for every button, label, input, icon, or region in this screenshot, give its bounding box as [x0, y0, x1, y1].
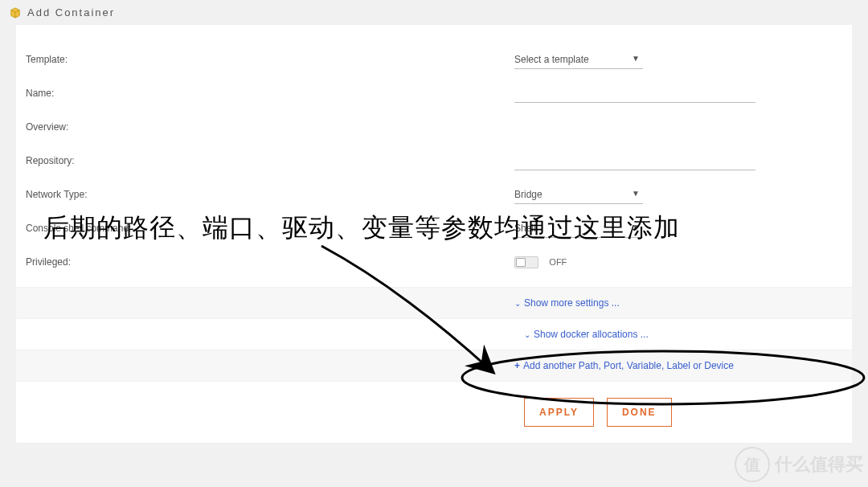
watermark: 值 什么值得买: [699, 442, 868, 487]
overview-label: Overview:: [26, 121, 514, 133]
chevron-down-icon: ⌄: [514, 299, 521, 308]
network-type-select[interactable]: Bridge ▼: [514, 186, 643, 204]
done-button[interactable]: DONE: [607, 398, 672, 427]
repository-label: Repository:: [26, 155, 514, 166]
chevron-down-icon: ▼: [632, 54, 640, 63]
repository-input[interactable]: [514, 152, 755, 170]
show-more-link[interactable]: ⌄Show more settings ...: [514, 297, 620, 309]
watermark-text: 什么值得买: [775, 452, 863, 477]
cube-icon: [10, 7, 21, 18]
add-another-text: Add another Path, Port, Variable, Label …: [523, 360, 734, 371]
name-input[interactable]: [514, 84, 755, 103]
privileged-value: OFF: [549, 257, 567, 267]
watermark-icon: 值: [735, 447, 770, 482]
chevron-down-icon: ⌄: [524, 330, 530, 339]
show-more-text: Show more settings ...: [524, 297, 620, 309]
network-type-value: Bridge: [514, 189, 542, 200]
header-bar: Add Container: [0, 0, 868, 25]
chevron-down-icon: ▼: [632, 189, 640, 198]
template-label: Template:: [26, 54, 514, 65]
privileged-toggle[interactable]: [514, 256, 538, 268]
apply-button[interactable]: APPLY: [524, 398, 594, 427]
annotation-text: 后期的路径、端口、驱动、变量等参数均通过这里添加: [43, 211, 680, 246]
name-label: Name:: [26, 88, 514, 99]
show-docker-link[interactable]: ⌄Show docker allocations ...: [524, 329, 649, 340]
page-title: Add Container: [27, 6, 115, 18]
show-docker-text: Show docker allocations ...: [534, 329, 649, 340]
template-select[interactable]: Select a template ▼: [514, 51, 643, 69]
toggle-knob: [516, 258, 526, 267]
add-another-row: +Add another Path, Port, Variable, Label…: [16, 350, 852, 382]
show-more-row: ⌄Show more settings ...: [16, 287, 852, 319]
template-select-value: Select a template: [514, 54, 589, 65]
network-type-label: Network Type:: [26, 189, 514, 200]
add-another-link[interactable]: +Add another Path, Port, Variable, Label…: [514, 360, 734, 371]
plus-icon: +: [514, 360, 520, 371]
privileged-label: Privileged:: [26, 256, 514, 268]
show-docker-row: ⌄Show docker allocations ...: [16, 319, 852, 350]
